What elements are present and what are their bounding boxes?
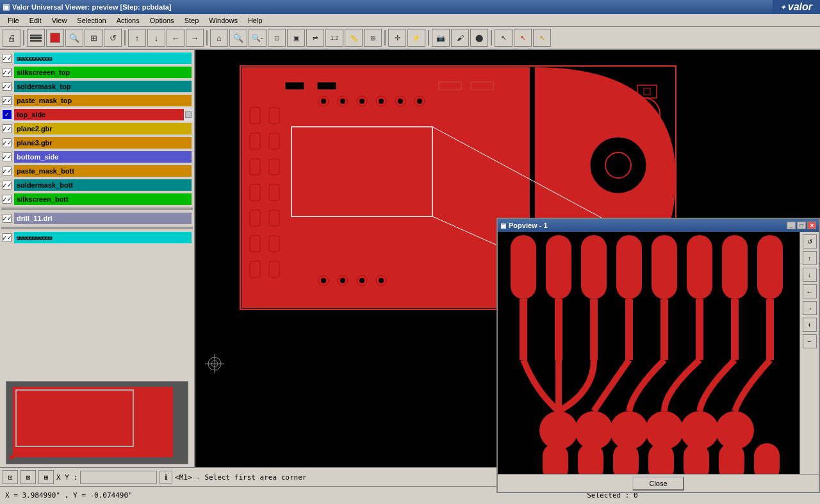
- coord-input[interactable]: [80, 471, 157, 484]
- pan-right-button[interactable]: →: [186, 29, 204, 47]
- layer-item[interactable]: ✓ plane2.gbr: [1, 122, 193, 136]
- layer-item[interactable]: ✓ top_side: [1, 108, 193, 122]
- layer-item[interactable]: ✓ paste_mask_bott: [1, 164, 193, 178]
- svg-rect-14: [250, 261, 260, 277]
- popview-minimize[interactable]: _: [787, 222, 796, 229]
- pv-zoomin-btn[interactable]: +: [803, 318, 817, 332]
- layer-checkbox[interactable]: ✓: [3, 82, 12, 91]
- layer-item[interactable]: ✓ silkscreen_bott: [1, 192, 193, 206]
- svg-point-2: [589, 136, 647, 194]
- pan-left-button[interactable]: ←: [167, 29, 184, 47]
- refresh-button[interactable]: ↺: [104, 29, 122, 47]
- svg-rect-79: [581, 235, 607, 299]
- menu-file[interactable]: File: [3, 15, 24, 26]
- select-poly-button[interactable]: ↖: [533, 29, 551, 47]
- menu-options[interactable]: Options: [145, 15, 179, 26]
- layer-item[interactable]: ✓ ꞷꞷꞷꞷꞷꞷꞷꞷꞷꞷꞷ: [1, 51, 193, 65]
- popview-canvas[interactable]: [498, 232, 800, 474]
- layer-item[interactable]: ✓ soldermask_bott: [1, 178, 193, 192]
- layer-checkbox[interactable]: ✓: [3, 167, 12, 175]
- layer-list: ✓ ꞷꞷꞷꞷꞷꞷꞷꞷꞷꞷꞷ ✓ silkscreeen_top ✓ solder…: [0, 50, 194, 378]
- status-btn-3[interactable]: ⊞: [38, 470, 54, 484]
- svg-rect-101: [613, 443, 639, 474]
- pv-left-btn[interactable]: ←: [803, 284, 817, 298]
- left-panel: ✓ ꞷꞷꞷꞷꞷꞷꞷꞷꞷꞷꞷ ✓ silkscreeen_top ✓ solder…: [0, 50, 195, 467]
- status-btn-2[interactable]: ⊠: [20, 470, 36, 484]
- menu-edit[interactable]: Edit: [24, 15, 47, 26]
- layer-checkbox[interactable]: ✓: [3, 96, 12, 105]
- home-button[interactable]: ⌂: [210, 29, 228, 47]
- zoom-fit-button[interactable]: ⊡: [268, 29, 286, 47]
- svg-point-56: [321, 278, 326, 283]
- route-button[interactable]: ⊞: [364, 29, 382, 47]
- layer-checkbox[interactable]: ✓: [3, 68, 12, 77]
- layer-checkbox[interactable]: ✓: [3, 124, 12, 133]
- layer-item[interactable]: ✓ plane3.gbr: [1, 136, 193, 150]
- pan-down-button[interactable]: ↓: [147, 29, 165, 47]
- svg-rect-12: [250, 210, 260, 226]
- layer-item[interactable]: ✓ bottom_side: [1, 150, 193, 164]
- layer-item[interactable]: ✓ paste_mask_top: [1, 93, 193, 108]
- grid-button[interactable]: ⊞: [85, 29, 102, 47]
- layer-item[interactable]: ✓ soldermask_top: [1, 79, 193, 93]
- measure-button[interactable]: 📏: [345, 29, 363, 47]
- layer-checkbox[interactable]: ✓: [3, 54, 12, 63]
- pv-reset-btn[interactable]: ↺: [803, 234, 817, 248]
- layer-select-button[interactable]: [46, 29, 64, 47]
- layer-checkbox[interactable]: ✓: [3, 181, 12, 190]
- popview-close[interactable]: ✕: [807, 222, 816, 229]
- minimap-x-marker: ×: [9, 452, 14, 462]
- menu-selection[interactable]: Selection: [72, 15, 111, 26]
- paint-button[interactable]: 🖌: [451, 29, 469, 47]
- svg-rect-77: [511, 235, 536, 299]
- layer-checkbox[interactable]: ✓: [3, 110, 12, 119]
- cursor-button[interactable]: ↖: [495, 29, 512, 47]
- zoom-window-button[interactable]: ▣: [287, 29, 305, 47]
- select-rect-button[interactable]: ↖: [514, 29, 532, 47]
- pv-up-btn[interactable]: ↑: [803, 251, 817, 265]
- layer-item[interactable]: ✓ silkscreeen_top: [1, 65, 193, 79]
- menu-help[interactable]: Help: [243, 15, 268, 26]
- menu-view[interactable]: View: [47, 15, 72, 26]
- zoom-in-button[interactable]: 🔍: [229, 29, 247, 47]
- layer-item[interactable]: ✓ drill_11.drl: [1, 211, 193, 225]
- menu-step[interactable]: Step: [179, 15, 204, 26]
- toolbar-separator-5: [428, 30, 429, 45]
- pan-up-button[interactable]: ↑: [128, 29, 146, 47]
- svg-rect-9: [250, 133, 260, 149]
- layer-checkbox[interactable]: ✓: [3, 152, 12, 161]
- zoom-out-button[interactable]: 🔍-: [249, 29, 266, 47]
- layer-item[interactable]: ✓ ꞷꞷꞷꞷꞷꞷꞷꞷꞷꞷꞷ: [1, 231, 193, 245]
- info-button[interactable]: ℹ: [160, 471, 172, 484]
- layers-button[interactable]: [27, 29, 45, 47]
- layer-name: paste_mask_top: [14, 95, 192, 106]
- pv-down-btn[interactable]: ↓: [803, 268, 817, 282]
- layer-checkbox[interactable]: ✓: [3, 138, 12, 147]
- search-button[interactable]: 🔍: [65, 29, 83, 47]
- svg-rect-5: [317, 82, 336, 90]
- print-button[interactable]: 🖨: [3, 29, 20, 47]
- svg-rect-83: [722, 235, 748, 299]
- flip-button[interactable]: ⇌: [306, 29, 324, 47]
- popview-close-button[interactable]: Close: [632, 476, 684, 491]
- status-btn-1[interactable]: ⊡: [3, 470, 18, 484]
- popview-title-text: Popview - 1: [509, 222, 548, 229]
- layer-checkbox[interactable]: ✓: [3, 214, 12, 223]
- pv-right-btn[interactable]: →: [803, 301, 817, 315]
- scale-button[interactable]: 1:2: [325, 29, 343, 47]
- svg-rect-84: [757, 235, 783, 299]
- layer-checkbox[interactable]: ✓: [3, 233, 12, 242]
- menu-windows[interactable]: Windows: [204, 15, 243, 26]
- popview-maximize[interactable]: □: [797, 222, 806, 229]
- menu-actions[interactable]: Actions: [111, 15, 145, 26]
- layer-name: plane2.gbr: [14, 123, 192, 134]
- camera-button[interactable]: 📷: [432, 29, 450, 47]
- layer-checkbox[interactable]: ✓: [3, 195, 12, 204]
- crosshair-button[interactable]: ✛: [388, 29, 406, 47]
- circle-button[interactable]: ⬤: [470, 29, 488, 47]
- layer-name: silkscreen_bott: [14, 193, 192, 205]
- menu-bar: File Edit View Selection Actions Options…: [0, 14, 820, 27]
- minimap[interactable]: ×: [6, 381, 188, 464]
- highlight-button[interactable]: ⚡: [407, 29, 425, 47]
- pv-zoomout-btn[interactable]: −: [803, 334, 817, 348]
